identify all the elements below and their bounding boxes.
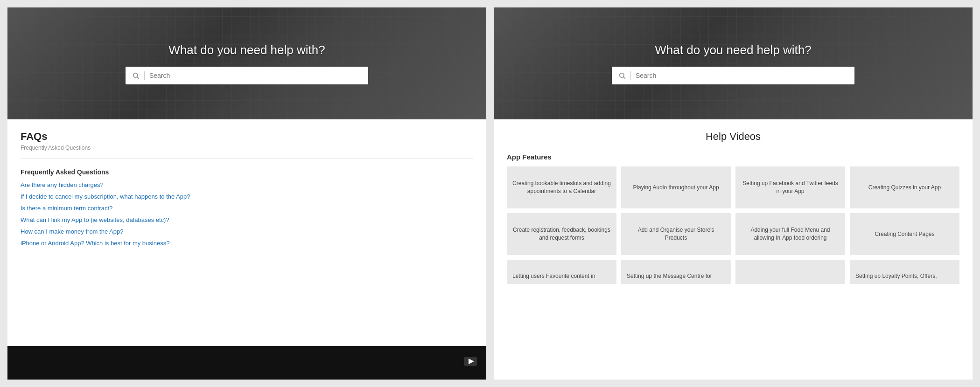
video-grid-row1: Creating bookable timeslots and adding a… bbox=[507, 166, 959, 208]
left-panel-body: FAQs Frequently Asked Questions Frequent… bbox=[7, 119, 486, 346]
video-card-partial[interactable]: Letting users Favourite content in bbox=[507, 260, 616, 284]
video-card-partial-text: Setting up Loyalty Points, Offers, bbox=[855, 272, 937, 280]
video-card[interactable]: Creating Quizzes in your App bbox=[850, 166, 959, 208]
faq-link[interactable]: iPhone or Android App? Which is best for… bbox=[21, 240, 473, 247]
video-card[interactable]: Adding your full Food Menu and allowing … bbox=[735, 213, 845, 255]
svg-point-0 bbox=[133, 73, 138, 77]
faq-subtitle: Frequently Asked Questions bbox=[21, 145, 473, 151]
svg-point-4 bbox=[620, 73, 624, 77]
youtube-icon[interactable] bbox=[464, 357, 477, 369]
video-grid-row2: Create registration, feedback, bookings … bbox=[507, 213, 959, 255]
left-search-input[interactable] bbox=[149, 72, 362, 79]
left-hero: What do you need help with? bbox=[7, 7, 486, 119]
left-panel-footer bbox=[7, 346, 486, 380]
left-search-bar[interactable] bbox=[126, 67, 368, 84]
right-hero: What do you need help with? bbox=[494, 7, 973, 119]
faq-link[interactable]: How can I make money from the App? bbox=[21, 228, 473, 235]
faq-divider bbox=[21, 159, 473, 159]
hero-title: What do you need help with? bbox=[168, 43, 325, 57]
right-panel: What do you need help with? Help Videos … bbox=[494, 7, 973, 380]
right-hero-content: What do you need help with? bbox=[494, 43, 973, 84]
faq-link[interactable]: Is there a minimum term contract? bbox=[21, 205, 473, 212]
search-icon bbox=[132, 72, 140, 79]
right-hero-title: What do you need help with? bbox=[655, 43, 811, 57]
video-card[interactable]: Create registration, feedback, bookings … bbox=[507, 213, 616, 255]
video-card-partial-text: Setting up the Message Centre for bbox=[627, 272, 712, 280]
faq-title: FAQs bbox=[21, 131, 473, 143]
svg-line-5 bbox=[623, 77, 625, 79]
left-panel: What do you need help with? FAQs Frequen… bbox=[7, 7, 486, 380]
video-card-partial-text: Letting users Favourite content in bbox=[512, 272, 595, 280]
faq-link[interactable]: If I decide to cancel my subscription, w… bbox=[21, 193, 473, 200]
right-search-bar[interactable] bbox=[612, 67, 854, 84]
faq-link[interactable]: Are there any hidden charges? bbox=[21, 181, 473, 188]
video-card-partial[interactable] bbox=[735, 260, 845, 284]
hero-content: What do you need help with? bbox=[7, 43, 486, 84]
app-features-heading: App Features bbox=[507, 153, 959, 161]
video-card-partial[interactable]: Setting up the Message Centre for bbox=[621, 260, 731, 284]
video-card[interactable]: Playing Audio throughout your App bbox=[621, 166, 731, 208]
video-card-text: Adding your full Food Menu and allowing … bbox=[741, 226, 840, 242]
video-card-text: Setting up Facebook and Twitter feeds in… bbox=[741, 180, 840, 195]
right-search-divider bbox=[630, 71, 631, 80]
help-videos-title: Help Videos bbox=[507, 131, 959, 143]
video-card[interactable]: Add and Organise your Store's Products bbox=[621, 213, 731, 255]
video-card-text: Creating bookable timeslots and adding a… bbox=[512, 180, 611, 195]
faq-section-title: Frequently Asked Questions bbox=[21, 168, 473, 176]
video-card-text: Creating Quizzes in your App bbox=[868, 184, 941, 192]
search-divider bbox=[144, 71, 145, 80]
faq-link[interactable]: What can I link my App to (ie websites, … bbox=[21, 216, 473, 223]
video-card[interactable]: Setting up Facebook and Twitter feeds in… bbox=[735, 166, 845, 208]
right-search-icon bbox=[618, 72, 626, 79]
video-card-text: Create registration, feedback, bookings … bbox=[512, 226, 611, 242]
faq-links-list: Are there any hidden charges?If I decide… bbox=[21, 181, 473, 247]
video-grid-row3: Letting users Favourite content inSettin… bbox=[507, 260, 959, 284]
svg-line-1 bbox=[137, 77, 139, 79]
right-search-input[interactable] bbox=[636, 72, 848, 79]
video-card[interactable]: Creating bookable timeslots and adding a… bbox=[507, 166, 616, 208]
video-card-text: Add and Organise your Store's Products bbox=[627, 226, 725, 242]
video-card[interactable]: Creating Content Pages bbox=[850, 213, 959, 255]
video-card-partial[interactable]: Setting up Loyalty Points, Offers, bbox=[850, 260, 959, 284]
video-card-text: Creating Content Pages bbox=[875, 230, 934, 238]
video-card-text: Playing Audio throughout your App bbox=[633, 184, 719, 192]
right-panel-body: Help Videos App Features Creating bookab… bbox=[494, 119, 973, 380]
